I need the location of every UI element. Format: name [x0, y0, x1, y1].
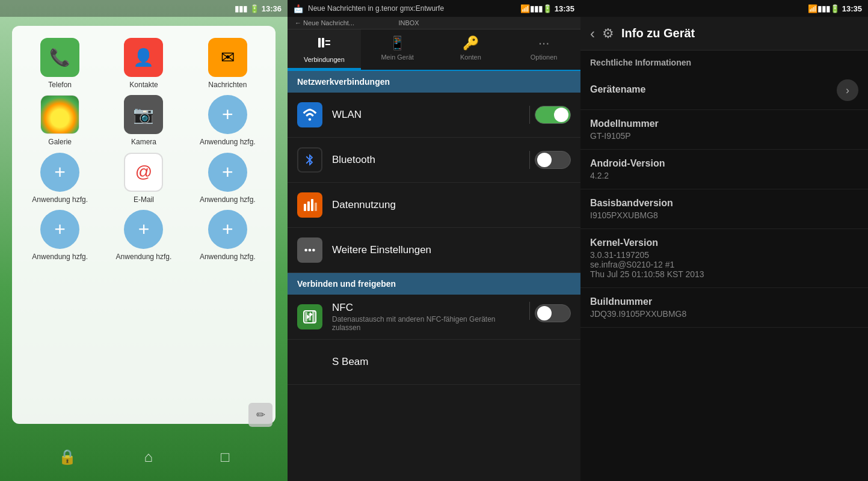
- add-label-1: Anwendung hzfg.: [200, 138, 256, 146]
- info-android-version[interactable]: Android-Version 4.2.2: [580, 150, 868, 189]
- kontakte-icon: 👤: [124, 38, 163, 77]
- nfc-icon: [297, 304, 322, 329]
- home-icon[interactable]: ⌂: [144, 449, 153, 465]
- lock-icon: 🔒: [58, 449, 76, 465]
- wlan-divider: [529, 106, 530, 124]
- buildnummer-label: Buildnummer: [590, 296, 858, 307]
- section-netzwerk-label: Netzwerkverbindungen: [297, 77, 390, 87]
- info-buildnummer[interactable]: Buildnummer JDQ39.I9105PXXUBMG8: [580, 288, 868, 328]
- device-info-header: ‹ ⚙ Info zu Gerät: [580, 17, 868, 51]
- edit-icon: ✏: [256, 408, 265, 421]
- add-icon-2: +: [40, 153, 79, 192]
- wlan-icon: [297, 102, 322, 127]
- add-icon-6: +: [208, 210, 247, 249]
- section-verbinden: Verbinden und freigeben: [288, 273, 580, 295]
- app-email[interactable]: @ E-Mail: [105, 153, 182, 204]
- svg-point-9: [312, 249, 315, 252]
- tab-mein-geraet[interactable]: 📱 Mein Gerät: [361, 29, 434, 70]
- basisbandversion-label: Basisbandversion: [590, 198, 858, 209]
- android-version-value: 4.2.2: [590, 171, 858, 180]
- app-kontakte[interactable]: 👤 Kontakte: [105, 38, 182, 89]
- time-right: 13:35: [842, 4, 862, 13]
- nfc-text-container: NFC Datenaustausch mit anderen NFC-fähig…: [332, 302, 525, 332]
- settings-gear-icon: ⚙: [602, 26, 614, 41]
- app-nachrichten[interactable]: ✉ Nachrichten: [189, 38, 266, 89]
- section-verbinden-label: Verbinden und freigeben: [297, 279, 396, 289]
- svg-point-8: [309, 249, 312, 252]
- tab-optionen-icon: ···: [538, 35, 549, 51]
- back-button[interactable]: ‹: [590, 25, 595, 42]
- add-label-5: Anwendung hzfg.: [116, 253, 172, 261]
- app-add-4[interactable]: + Anwendung hzfg.: [21, 210, 99, 261]
- square-icon[interactable]: □: [221, 449, 230, 465]
- kontakte-label: Kontakte: [129, 81, 158, 89]
- app-add-6[interactable]: + Anwendung hzfg.: [189, 210, 266, 261]
- android-version-label: Android-Version: [590, 158, 858, 169]
- geraetename-arrow[interactable]: ›: [837, 79, 858, 101]
- geraetename-label: Gerätename: [590, 84, 646, 95]
- app-telefon[interactable]: 📞 Telefon: [21, 38, 99, 89]
- kernel-version-value: 3.0.31-1197205 se.infra@S0210-12 #1 Thu …: [590, 250, 858, 279]
- notification-bar-2: ← Neue Nachricht... INBOX: [288, 17, 580, 29]
- app-add-5[interactable]: + Anwendung hzfg.: [105, 210, 182, 261]
- settings-nfc[interactable]: NFC Datenaustausch mit anderen NFC-fähig…: [288, 295, 580, 340]
- app-add-2[interactable]: + Anwendung hzfg.: [21, 153, 99, 204]
- section-netzwerk: Netzwerkverbindungen: [288, 71, 580, 93]
- section-rechtliche: Rechtliche Informationen: [580, 51, 868, 71]
- svg-rect-1: [322, 38, 324, 47]
- weitere-label: Weitere Einstellungen: [332, 244, 571, 256]
- add-icon-4: +: [40, 210, 79, 249]
- svg-point-2: [309, 118, 311, 120]
- galerie-icon: [40, 95, 79, 134]
- nfc-sublabel: Datenaustausch mit anderen NFC-fähigen G…: [332, 315, 525, 332]
- tab-geraet-label: Mein Gerät: [381, 54, 413, 61]
- tab-optionen[interactable]: ··· Optionen: [507, 29, 580, 70]
- app-add-1[interactable]: + Anwendung hzfg.: [189, 95, 266, 146]
- nfc-knob: [537, 306, 552, 320]
- settings-bluetooth[interactable]: Bluetooth: [288, 138, 580, 183]
- tab-konten-label: Konten: [460, 54, 481, 61]
- sbeam-label: S Beam: [332, 356, 571, 368]
- sbeam-icon-placeholder: [297, 349, 322, 375]
- info-geraetename[interactable]: Gerätename ›: [580, 71, 868, 110]
- bluetooth-divider: [529, 151, 530, 169]
- kernel-version-label: Kernel-Version: [590, 237, 858, 248]
- edit-button[interactable]: ✏: [248, 403, 272, 427]
- tab-verbindungen[interactable]: Verbindungen: [288, 29, 361, 70]
- svg-rect-5: [311, 199, 313, 211]
- wlan-label: WLAN: [332, 109, 525, 121]
- kamera-label: Kamera: [131, 138, 156, 146]
- info-modellnummer[interactable]: Modellnummer GT-I9105P: [580, 110, 868, 150]
- nfc-toggle[interactable]: [535, 304, 571, 322]
- notification-text: Neue Nachrichten in g.tenor gmx:Entwurfe: [303, 4, 520, 13]
- email-icon: @: [124, 153, 163, 192]
- basisbandversion-value: I9105PXXUBMG8: [590, 210, 858, 220]
- add-icon-3: +: [208, 153, 247, 192]
- nachrichten-label: Nachrichten: [208, 81, 247, 89]
- add-label-3: Anwendung hzfg.: [200, 195, 256, 204]
- telefon-label: Telefon: [48, 81, 72, 89]
- nfc-divider: [529, 302, 530, 320]
- tab-konten[interactable]: 🔑 Konten: [434, 29, 508, 70]
- email-label: E-Mail: [134, 195, 154, 204]
- modellnummer-label: Modellnummer: [590, 118, 858, 129]
- app-add-3[interactable]: + Anwendung hzfg.: [189, 153, 266, 204]
- settings-sbeam[interactable]: S Beam: [288, 340, 580, 385]
- notification-text-2: ← Neue Nachricht... INBOX: [295, 19, 419, 26]
- info-basisbandversion[interactable]: Basisbandversion I9105PXXUBMG8: [580, 189, 868, 229]
- bluetooth-toggle[interactable]: [535, 151, 571, 169]
- bluetooth-knob: [537, 153, 552, 167]
- time-left: 13:36: [262, 4, 282, 13]
- settings-weitere[interactable]: Weitere Einstellungen: [288, 228, 580, 273]
- svg-rect-6: [315, 203, 317, 211]
- nachrichten-icon: ✉: [208, 38, 247, 77]
- wlan-toggle[interactable]: [535, 106, 571, 124]
- settings-daten[interactable]: Datennutzung: [288, 183, 580, 228]
- app-galerie[interactable]: Galerie: [21, 95, 99, 146]
- svg-rect-3: [304, 204, 306, 211]
- info-kernel-version[interactable]: Kernel-Version 3.0.31-1197205 se.infra@S…: [580, 229, 868, 288]
- modellnummer-value: GT-I9105P: [590, 131, 858, 141]
- settings-wlan[interactable]: WLAN: [288, 93, 580, 138]
- app-kamera[interactable]: 📷 Kamera: [105, 95, 182, 146]
- battery-icon-mid: 🔋: [543, 4, 552, 13]
